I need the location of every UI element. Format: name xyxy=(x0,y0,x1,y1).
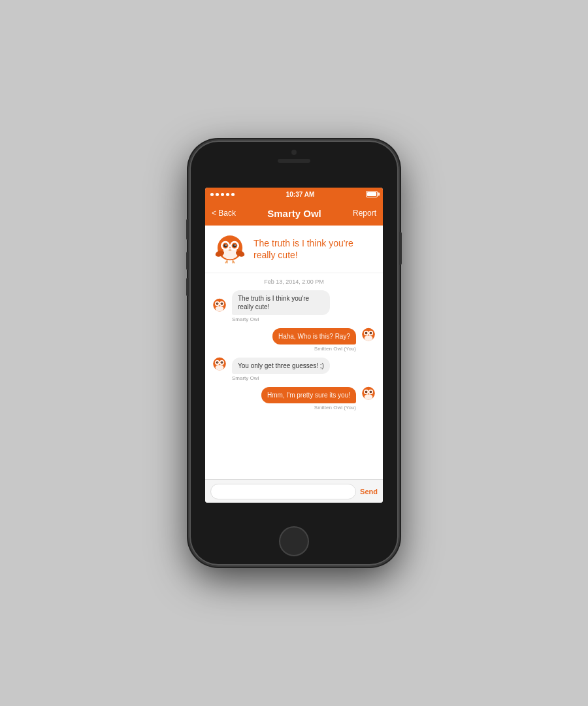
status-time: 10:37 AM xyxy=(286,191,315,198)
svg-point-45 xyxy=(366,333,367,333)
self-avatar xyxy=(359,326,378,345)
svg-point-49 xyxy=(216,365,224,370)
report-button[interactable]: Report xyxy=(353,209,376,218)
svg-point-35 xyxy=(365,335,373,341)
message-group-1: The truth is I think you're really cute!… xyxy=(210,290,378,322)
svg-point-32 xyxy=(221,303,222,304)
svg-point-12 xyxy=(235,244,236,246)
featured-text: The truth is I think you're really cute! xyxy=(253,237,375,261)
message-input[interactable] xyxy=(210,484,356,499)
vol-up-button[interactable] xyxy=(186,252,189,270)
svg-point-43 xyxy=(365,332,367,334)
message-group-3: You only get three guesses! ;) Smarty Ow… xyxy=(210,356,378,381)
phone-device: 10:37 AM < Back Smarty Owl Report xyxy=(189,141,399,565)
message-row: The truth is I think you're really cute! xyxy=(210,290,378,315)
input-bar: Send xyxy=(205,479,383,503)
nav-bar: < Back Smarty Owl Report xyxy=(205,201,383,226)
message-group-4: Hmm, I'm pretty sure its you! Smitten Ow… xyxy=(210,385,378,411)
svg-point-10 xyxy=(233,244,236,247)
battery-indicator xyxy=(366,191,378,197)
svg-point-31 xyxy=(217,303,218,304)
svg-point-30 xyxy=(221,303,223,305)
message-bubble: The truth is I think you're really cute! xyxy=(232,290,330,315)
sender-avatar xyxy=(210,356,229,374)
send-button[interactable]: Send xyxy=(360,488,378,496)
message-bubble: Haha, Who is this? Ray? xyxy=(272,328,356,345)
svg-point-73 xyxy=(366,392,367,392)
svg-point-57 xyxy=(216,361,218,363)
chat-area[interactable]: Feb 13, 2014, 2:00 PM xyxy=(205,273,383,479)
svg-point-59 xyxy=(217,362,218,363)
svg-point-11 xyxy=(225,244,227,246)
svg-point-60 xyxy=(221,362,222,363)
svg-point-72 xyxy=(370,391,372,393)
sender-avatar xyxy=(210,297,229,315)
message-bubble: You only get three guesses! ;) xyxy=(232,358,330,374)
svg-point-21 xyxy=(216,306,224,311)
featured-avatar xyxy=(213,232,247,266)
featured-message: The truth is I think you're really cute! xyxy=(205,226,383,273)
self-avatar xyxy=(359,385,378,403)
phone-top-elements xyxy=(278,150,310,163)
svg-point-46 xyxy=(370,333,371,333)
svg-point-58 xyxy=(221,361,223,363)
message-group-2: Haha, Who is this? Ray? Smitten Owl (You… xyxy=(210,326,378,352)
message-row: Haha, Who is this? Ray? xyxy=(210,326,378,345)
message-row: Hmm, I'm pretty sure its you! xyxy=(210,385,378,403)
message-bubble: Hmm, I'm pretty sure its you! xyxy=(261,387,356,403)
svg-point-71 xyxy=(365,391,367,393)
sender-label: Smitten Owl (You) xyxy=(210,405,378,411)
camera xyxy=(291,150,297,155)
svg-point-9 xyxy=(223,244,227,247)
back-button[interactable]: < Back xyxy=(212,209,236,218)
svg-point-29 xyxy=(216,303,218,305)
phone-screen: 10:37 AM < Back Smarty Owl Report xyxy=(205,188,383,503)
status-bar: 10:37 AM xyxy=(205,188,383,201)
speaker xyxy=(278,159,310,163)
sender-label: Smarty Owl xyxy=(210,375,378,381)
battery-icon xyxy=(366,191,378,197)
nav-title: Smarty Owl xyxy=(267,208,321,219)
signal-dots xyxy=(210,193,235,196)
sender-label: Smarty Owl xyxy=(210,316,378,322)
svg-point-63 xyxy=(365,394,373,399)
message-row: You only get three guesses! ;) xyxy=(210,356,378,374)
vol-down-button[interactable] xyxy=(186,278,189,296)
home-button[interactable] xyxy=(279,526,309,556)
sender-label: Smitten Owl (You) xyxy=(210,346,378,352)
svg-point-44 xyxy=(370,332,372,334)
svg-point-74 xyxy=(370,392,371,392)
chat-timestamp: Feb 13, 2014, 2:00 PM xyxy=(210,278,378,285)
